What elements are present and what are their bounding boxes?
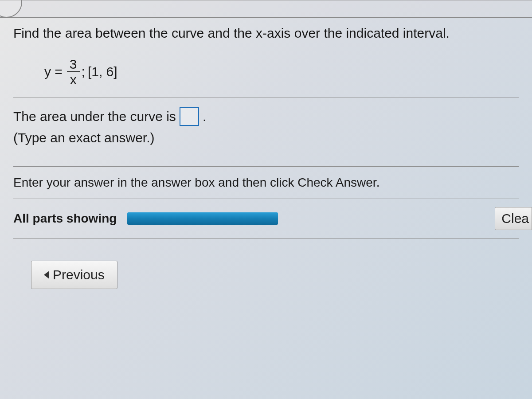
fraction-numerator: 3 (67, 57, 80, 72)
previous-button[interactable]: Previous (31, 261, 117, 289)
instruction-text: Enter your answer in the answer box and … (13, 166, 519, 199)
question-panel: Find the area between the curve and the … (0, 18, 532, 289)
answer-area: The area under the curve is . (Type an e… (13, 104, 519, 166)
parts-label: All parts showing (13, 211, 117, 226)
answer-hint: (Type an exact answer.) (13, 127, 519, 149)
parts-row: All parts showing Clea (13, 199, 519, 239)
equation-fraction: 3 x (67, 57, 80, 87)
parts-left-group: All parts showing (13, 211, 278, 226)
progress-fill (127, 212, 278, 225)
bottom-nav: Previous (13, 239, 519, 289)
answer-input[interactable] (180, 107, 199, 126)
clear-button-label: Clea (501, 211, 529, 226)
chevron-left-icon (44, 271, 49, 279)
fraction-denominator: x (67, 72, 79, 87)
previous-button-label: Previous (53, 267, 105, 282)
equation-interval: [1, 6] (85, 64, 117, 79)
equation-suffix: ; (82, 64, 85, 79)
clear-button[interactable]: Clea (495, 207, 532, 230)
answer-line: The area under the curve is . (13, 106, 519, 127)
top-toolbar-divider (0, 0, 532, 18)
answer-prefix: The area under the curve is (13, 106, 176, 127)
equation-display: y = 3 x ; [1, 6] (13, 51, 519, 94)
question-prompt: Find the area between the curve and the … (13, 26, 519, 51)
answer-suffix: . (203, 106, 206, 127)
equation-lhs: y = (44, 64, 65, 79)
progress-bar (127, 212, 278, 225)
section-divider (13, 98, 519, 98)
